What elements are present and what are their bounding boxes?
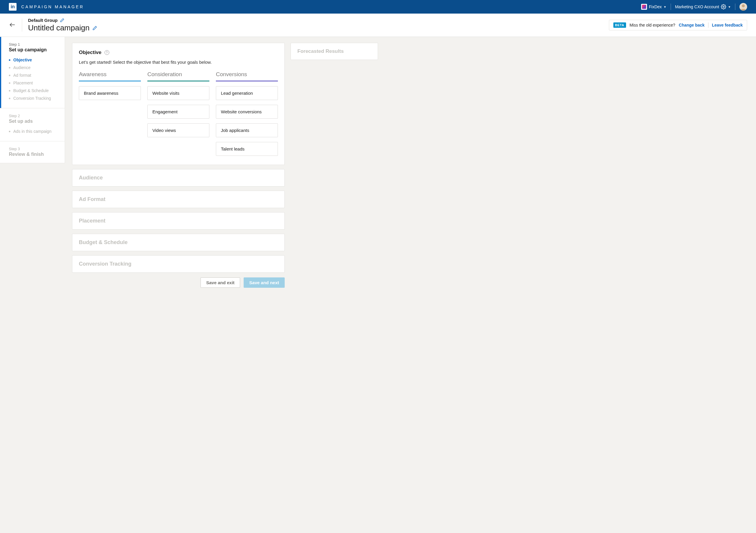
sidebar-item[interactable]: Placement <box>9 79 58 87</box>
step-label: Step 1 <box>9 42 58 47</box>
beta-badge: BETA <box>613 22 626 28</box>
collapsed-section[interactable]: Placement <box>72 212 285 230</box>
save-and-exit-button[interactable]: Save and exit <box>201 277 240 288</box>
user-avatar[interactable] <box>740 3 747 11</box>
collapsed-section-title: Placement <box>79 218 278 224</box>
objective-column: ConversionsLead generationWebsite conver… <box>216 71 278 156</box>
bullet-icon <box>9 67 10 68</box>
sidebar-item[interactable]: Ad format <box>9 71 58 79</box>
sidebar-item[interactable]: Objective <box>9 56 58 64</box>
bullet-icon <box>9 82 10 84</box>
objective-option[interactable]: Video views <box>148 123 209 137</box>
svg-point-0 <box>723 6 724 8</box>
footer-actions: Save and exit Save and next <box>72 277 285 288</box>
column-heading: Conversions <box>216 71 278 81</box>
campaign-group-name: Default Group <box>28 18 58 23</box>
svg-point-1 <box>742 4 745 7</box>
org-icon <box>641 4 647 10</box>
leave-feedback-link[interactable]: Leave feedback <box>712 23 743 27</box>
org-name: FixDex <box>649 4 662 9</box>
step-3: Step 3 Review & finish <box>0 141 65 163</box>
change-back-link[interactable]: Change back <box>679 23 705 27</box>
campaign-name: Untitled campaign <box>28 23 90 33</box>
sidebar-item-label: Ads in this campaign <box>13 129 51 134</box>
column-heading: Awareness <box>79 71 141 81</box>
divider <box>735 4 735 10</box>
edit-group-button[interactable] <box>60 18 65 22</box>
sidebar-item[interactable]: Budget & Schedule <box>9 87 58 94</box>
forecasted-results-card: Forecasted Results <box>291 43 378 60</box>
back-button[interactable] <box>9 20 19 30</box>
steps-sidebar: Step 1 Set up campaign ObjectiveAudience… <box>0 37 65 163</box>
account-name: Marketing CXO Account <box>675 4 719 9</box>
collapsed-section-title: Ad Format <box>79 196 278 202</box>
step-label: Step 2 <box>9 114 58 118</box>
bullet-icon <box>9 75 10 76</box>
caret-down-icon: ▼ <box>728 5 731 9</box>
step-title: Set up campaign <box>9 47 58 53</box>
edit-campaign-button[interactable] <box>93 26 97 30</box>
objective-option[interactable]: Job applicants <box>216 123 278 137</box>
sidebar-item-label: Objective <box>13 58 32 62</box>
beta-text: Miss the old experience? <box>630 23 675 27</box>
divider <box>708 22 709 28</box>
objective-option[interactable]: Brand awareness <box>79 86 141 100</box>
collapsed-section[interactable]: Conversion Tracking <box>72 255 285 273</box>
bullet-icon <box>9 90 10 91</box>
sidebar-item-label: Ad format <box>13 73 31 78</box>
bullet-icon <box>9 98 10 99</box>
divider <box>671 4 671 10</box>
sidebar-item[interactable]: Audience <box>9 64 58 71</box>
column-divider <box>79 81 141 82</box>
sidebar-item-label: Audience <box>13 65 30 70</box>
objective-column: ConsiderationWebsite visitsEngagementVid… <box>148 71 209 156</box>
divider <box>22 19 22 32</box>
account-switcher[interactable]: Marketing CXO Account ▼ <box>675 4 731 10</box>
step-title: Set up ads <box>9 119 58 124</box>
app-title: CAMPAIGN MANAGER <box>21 4 84 9</box>
step-1: Step 1 Set up campaign ObjectiveAudience… <box>0 37 65 108</box>
objective-option[interactable]: Website conversions <box>216 105 278 119</box>
collapsed-section[interactable]: Audience <box>72 169 285 187</box>
sidebar-item-label: Budget & Schedule <box>13 88 49 93</box>
org-switcher[interactable]: FixDex ▼ <box>641 4 666 10</box>
section-title: Objective <box>79 50 102 56</box>
sidebar-item-label: Conversion Tracking <box>13 96 51 101</box>
sidebar-item-label: Placement <box>13 81 33 85</box>
forecasted-results-title: Forecasted Results <box>297 48 371 54</box>
collapsed-section-title: Audience <box>79 175 278 181</box>
collapsed-section[interactable]: Ad Format <box>72 190 285 208</box>
objective-option[interactable]: Engagement <box>148 105 209 119</box>
sidebar-item[interactable]: Ads in this campaign <box>9 128 58 135</box>
beta-notice: BETA Miss the old experience? Change bac… <box>609 20 747 30</box>
step-2: Step 2 Set up ads Ads in this campaign <box>0 108 65 141</box>
page-header: Default Group Untitled campaign BETA Mis… <box>0 13 756 37</box>
gear-icon <box>721 4 726 10</box>
help-icon[interactable]: ? <box>104 50 109 55</box>
column-divider <box>148 81 209 82</box>
collapsed-section-title: Conversion Tracking <box>79 261 278 267</box>
objective-option[interactable]: Lead generation <box>216 86 278 100</box>
bullet-icon <box>9 131 10 132</box>
bullet-icon <box>9 59 10 61</box>
step-title: Review & finish <box>9 152 58 157</box>
top-navbar: in CAMPAIGN MANAGER FixDex ▼ Marketing C… <box>0 0 756 13</box>
column-divider <box>216 81 278 82</box>
step-label: Step 3 <box>9 147 58 151</box>
sidebar-item[interactable]: Conversion Tracking <box>9 94 58 102</box>
objective-column: AwarenessBrand awareness <box>79 71 141 156</box>
objective-option[interactable]: Website visits <box>148 86 209 100</box>
objective-option[interactable]: Talent leads <box>216 142 278 156</box>
collapsed-section[interactable]: Budget & Schedule <box>72 234 285 251</box>
section-subtitle: Let’s get started! Select the objective … <box>79 60 278 64</box>
caret-down-icon: ▼ <box>663 5 666 9</box>
column-heading: Consideration <box>148 71 209 81</box>
linkedin-logo-icon: in <box>9 3 16 11</box>
objective-card: Objective ? Let’s get started! Select th… <box>72 43 285 165</box>
save-and-next-button[interactable]: Save and next <box>244 277 285 288</box>
collapsed-section-title: Budget & Schedule <box>79 239 278 245</box>
